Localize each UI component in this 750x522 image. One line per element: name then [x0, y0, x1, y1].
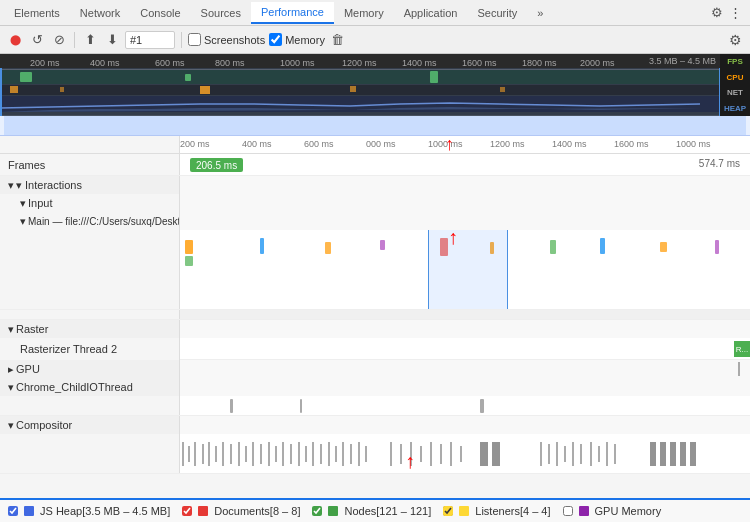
status-bar: JS Heap[3.5 MB – 4.5 MB] Documents[8 – 8… — [0, 498, 750, 522]
svg-rect-22 — [342, 442, 344, 466]
tab-network[interactable]: Network — [70, 3, 130, 23]
tab-elements[interactable]: Elements — [4, 3, 70, 23]
trash-icon[interactable]: 🗑 — [329, 31, 347, 49]
documents-checkbox[interactable] — [182, 506, 192, 516]
compositor-canvas: ↑ — [180, 434, 750, 473]
spacer-row — [0, 310, 750, 320]
memory-checkbox[interactable] — [269, 33, 282, 46]
svg-rect-47 — [660, 442, 666, 466]
screenshots-label: Screenshots — [204, 34, 265, 46]
download-icon[interactable]: ⬇ — [103, 31, 121, 49]
reload-icon[interactable]: ↺ — [28, 31, 46, 49]
main-track-canvas: ↑ — [180, 230, 750, 309]
svg-rect-15 — [290, 444, 292, 464]
compositor-label: Compositor — [16, 419, 72, 431]
tab-performance[interactable]: Performance — [251, 2, 334, 24]
selection-range-bar — [0, 116, 750, 136]
main-section[interactable]: ▾ Main — file:///C:/Users/suxq/Desktop/.… — [0, 212, 750, 230]
tracks-area[interactable]: ▾ ▾ Interactions ▾ Input ▾ Main — file:/… — [0, 176, 750, 498]
tab-more[interactable]: » — [527, 3, 553, 23]
svg-rect-40 — [572, 442, 574, 466]
main-arrow: ▾ — [20, 215, 26, 228]
rasterizer-label: Rasterizer Thread 2 — [0, 338, 180, 360]
gpu-section[interactable]: ▸ GPU — [0, 360, 750, 378]
compositor-track: ↑ — [0, 434, 750, 474]
separator — [74, 32, 75, 48]
nodes-checkbox[interactable] — [312, 506, 322, 516]
gear-icon[interactable]: ⚙ — [726, 31, 744, 49]
svg-rect-0 — [182, 442, 184, 466]
js-heap-checkbox[interactable] — [8, 506, 18, 516]
documents-dot — [198, 506, 208, 516]
more-icon[interactable]: ⋮ — [726, 4, 744, 22]
input-section[interactable]: ▾ Input — [0, 194, 750, 212]
svg-rect-31 — [440, 444, 442, 464]
svg-rect-49 — [680, 442, 686, 466]
svg-rect-7 — [230, 444, 232, 464]
main-track: ↑ — [0, 230, 750, 310]
svg-rect-35 — [492, 442, 500, 466]
frames-row: Frames 206.5 ms 574.7 ms — [0, 154, 750, 176]
compositor-section[interactable]: ▾ Compositor — [0, 416, 750, 434]
documents-label: Documents[8 – 8] — [214, 505, 300, 517]
heap-label: HEAP — [720, 104, 750, 113]
cpu-label: CPU — [720, 73, 750, 82]
svg-rect-42 — [590, 442, 592, 466]
child-io-arrow: ▾ — [8, 381, 14, 394]
fps-overview: 200 ms 400 ms 600 ms 800 ms 1000 ms 1200… — [0, 54, 750, 116]
ruler-row: 200 ms 400 ms 600 ms 000 ms 1000 ms 1200… — [0, 136, 750, 154]
upload-icon[interactable]: ⬆ — [81, 31, 99, 49]
memory-checkbox-label[interactable]: Memory — [269, 33, 325, 46]
svg-rect-48 — [670, 442, 676, 466]
svg-rect-38 — [556, 442, 558, 466]
svg-rect-11 — [260, 444, 262, 464]
svg-rect-46 — [650, 442, 656, 466]
svg-rect-19 — [320, 444, 322, 464]
input-label: Input — [28, 197, 52, 209]
svg-rect-6 — [222, 442, 224, 466]
nodes-dot — [328, 506, 338, 516]
raster-label: Raster — [16, 323, 48, 335]
net-label: NET — [720, 88, 750, 97]
interactions-section[interactable]: ▾ ▾ Interactions — [0, 176, 750, 194]
child-io-section[interactable]: ▾ Chrome_ChildIOThread — [0, 378, 750, 396]
record-icon[interactable]: ⬤ — [6, 31, 24, 49]
frames-label: Frames — [0, 154, 180, 175]
js-heap-label: JS Heap[3.5 MB – 4.5 MB] — [40, 505, 170, 517]
nodes-label: Nodes[121 – 121] — [344, 505, 431, 517]
screenshots-checkbox-label[interactable]: Screenshots — [188, 33, 265, 46]
svg-rect-45 — [614, 444, 616, 464]
record-input[interactable] — [125, 31, 175, 49]
frames-right: 574.7 ms — [699, 158, 740, 169]
compositor-arrow: ▾ — [8, 419, 14, 432]
gpu-memory-label: GPU Memory — [595, 505, 662, 517]
raster-section[interactable]: ▾ Raster — [0, 320, 750, 338]
tab-application[interactable]: Application — [394, 3, 468, 23]
gpu-label: GPU — [16, 363, 40, 375]
stop-icon[interactable]: ⊘ — [50, 31, 68, 49]
svg-rect-16 — [298, 442, 300, 466]
svg-rect-23 — [350, 444, 352, 464]
svg-rect-20 — [328, 442, 330, 466]
svg-rect-1 — [188, 446, 190, 462]
tabs-bar: Elements Network Console Sources Perform… — [0, 0, 750, 26]
tab-memory[interactable]: Memory — [334, 3, 394, 23]
toolbar: ⬤ ↺ ⊘ ⬆ ⬇ Screenshots Memory 🗑 ⚙ — [0, 26, 750, 54]
listeners-label: Listeners[4 – 4] — [475, 505, 550, 517]
tab-console[interactable]: Console — [130, 3, 190, 23]
rasterizer-row: Rasterizer Thread 2 R... — [0, 338, 750, 360]
listeners-checkbox[interactable] — [443, 506, 453, 516]
child-io-track — [0, 396, 750, 416]
svg-rect-18 — [312, 442, 314, 466]
tab-sources[interactable]: Sources — [191, 3, 251, 23]
gpu-memory-checkbox[interactable] — [563, 506, 573, 516]
settings-icon[interactable]: ⚙ — [708, 4, 726, 22]
interactions-label: ▾ Interactions — [16, 179, 82, 192]
gpu-arrow: ▸ — [8, 363, 14, 376]
js-heap-item: JS Heap[3.5 MB – 4.5 MB] — [8, 505, 170, 517]
svg-rect-24 — [358, 442, 360, 466]
main-label: Main — file:///C:/Users/suxq/Desktop/... — [28, 216, 180, 227]
tab-security[interactable]: Security — [467, 3, 527, 23]
screenshots-checkbox[interactable] — [188, 33, 201, 46]
svg-rect-14 — [282, 442, 284, 466]
